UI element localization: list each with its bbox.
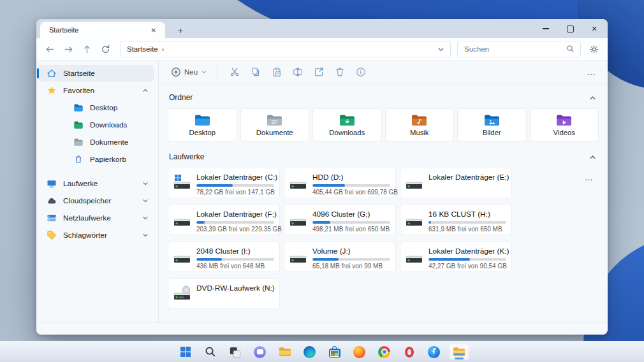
sidebar-item-desktop[interactable]: Desktop	[38, 99, 154, 116]
sidebar-item-cloudspeicher[interactable]: Cloudspeicher	[38, 192, 154, 209]
close-button[interactable]: ✕	[582, 19, 606, 38]
rename-button[interactable]	[289, 64, 306, 80]
folder-tile-bilder[interactable]: Bilder	[457, 108, 527, 141]
drives-see-more-button[interactable]: …	[581, 171, 597, 184]
free-space-text: 436 MB frei von 648 MB	[196, 263, 265, 270]
address-dropdown-button[interactable]	[437, 46, 444, 53]
folder-tile-desktop[interactable]: Desktop	[168, 108, 237, 141]
sidebar-item-startseite[interactable]: Startseite	[38, 65, 154, 82]
drive-tile-j[interactable]: Volume (J:) 65,18 MB frei von 99 MB	[284, 242, 396, 272]
refresh-button[interactable]	[97, 41, 114, 57]
folder-tile-dokumente[interactable]: Dokumente	[240, 108, 310, 141]
home-content: Ordner Desktop Dokumente	[159, 84, 608, 322]
taskbar-file-explorer-button[interactable]	[449, 344, 469, 360]
search-box[interactable]	[457, 41, 581, 57]
sidebar-item-label: Laufwerke	[63, 179, 98, 188]
drive-tile-d[interactable]: HDD (D:) 405,44 GB frei von 699,78 GB	[284, 168, 396, 198]
folder-label: Musik	[410, 129, 429, 136]
taskbar-task-view-button[interactable]	[225, 344, 245, 360]
edge-icon	[304, 346, 316, 358]
drive-name: Lokaler Datenträger (C:)	[196, 173, 277, 182]
taskbar-boost-button[interactable]	[424, 344, 444, 360]
settings-button[interactable]	[585, 41, 603, 57]
gear-icon	[589, 45, 599, 54]
sidebar-item-laufwerke[interactable]: Laufwerke	[38, 175, 154, 192]
sidebar-item-favoriten[interactable]: Favoriten	[38, 82, 154, 99]
taskbar-opera-button[interactable]	[399, 344, 420, 360]
folder-tile-musik[interactable]: Musik	[385, 108, 455, 141]
breadcrumb[interactable]: Startseite ›	[121, 41, 451, 57]
collapse-section-button[interactable]	[589, 154, 597, 161]
back-button[interactable]	[41, 41, 59, 57]
capacity-bar	[196, 258, 274, 261]
new-button[interactable]: Neu	[166, 64, 212, 80]
sidebar-item-schlagwoerter[interactable]: Schlagwörter	[38, 227, 154, 243]
tab-startseite[interactable]: Startseite ✕	[40, 22, 165, 38]
expand-button[interactable]	[142, 198, 149, 204]
sidebar-item-downloads[interactable]: Downloads	[38, 117, 154, 133]
drive-name: Lokaler Datenträger (E:)	[428, 173, 509, 182]
share-button[interactable]	[310, 64, 327, 80]
folder-label: Dokumente	[256, 129, 293, 136]
taskbar-store-button[interactable]	[325, 344, 345, 360]
paste-button[interactable]	[268, 64, 285, 80]
folder-tile-downloads[interactable]: Downloads	[312, 108, 382, 141]
copy-button[interactable]	[247, 64, 264, 80]
taskbar-edge-button[interactable]	[300, 344, 320, 360]
task-view-icon	[229, 346, 241, 358]
collapse-section-button[interactable]	[589, 94, 597, 101]
drive-tile-h[interactable]: 16 KB CLUST (H:) 631,9 MB frei von 650 M…	[400, 205, 512, 235]
taskbar-folder-button[interactable]	[275, 344, 295, 360]
drives-section-header: Laufwerke	[169, 152, 597, 162]
expand-button[interactable]	[142, 215, 149, 221]
ellipsis-icon: …	[585, 173, 594, 182]
minimize-button[interactable]	[534, 19, 558, 38]
taskbar-start-button[interactable]	[175, 344, 196, 360]
see-more-button[interactable]: …	[583, 67, 600, 77]
taskbar-search-button[interactable]	[200, 344, 221, 360]
chevron-down-icon	[201, 69, 207, 75]
chevron-up-icon	[589, 94, 596, 101]
drive-name: DVD-RW-Laufwerk (N:)	[196, 284, 275, 293]
free-space-text: 405,44 GB frei von 699,78 GB	[312, 189, 398, 196]
chevron-up-icon	[589, 154, 596, 161]
expand-button[interactable]	[142, 232, 149, 238]
drive-tile-n[interactable]: DVD-RW-Laufwerk (N:)	[168, 279, 280, 309]
drive-tile-g[interactable]: 4096 Cluster (G:) 498,21 MB frei von 650…	[284, 205, 396, 235]
properties-button[interactable]	[352, 64, 369, 80]
taskbar-chrome-button[interactable]	[374, 344, 395, 360]
folders-section-header: Ordner	[169, 92, 597, 103]
search-icon[interactable]	[566, 45, 575, 54]
up-button[interactable]	[78, 41, 96, 57]
drive-tile-k[interactable]: Lokaler Datenträger (K:) 42,27 GB frei v…	[400, 242, 512, 272]
drive-tile-f[interactable]: Lokaler Datenträger (F:) 203,39 GB frei …	[168, 205, 280, 235]
tab-close-icon[interactable]: ✕	[149, 25, 159, 35]
taskbar-chat-button[interactable]	[250, 344, 270, 360]
sidebar-item-papierkorb[interactable]: Papierkorb	[38, 151, 154, 168]
drive-tile-i[interactable]: 2048 Cluster (I:) 436 MB frei von 648 MB	[168, 242, 280, 272]
sidebar-item-label: Cloudspeicher	[63, 196, 111, 205]
drive-tile-c[interactable]: Lokaler Datenträger (C:) 78,22 GB frei v…	[168, 168, 280, 198]
home-icon	[47, 68, 57, 78]
sidebar-item-netzlaufwerke[interactable]: Netzlaufwerke	[38, 210, 154, 226]
search-input[interactable]	[463, 45, 566, 54]
hard-drive-icon	[405, 249, 424, 266]
sidebar-item-label: Papierkorb	[90, 155, 126, 164]
breadcrumb-item[interactable]: Startseite	[127, 45, 158, 53]
sidebar-item-dokumente[interactable]: Dokumente	[38, 134, 154, 150]
cut-button[interactable]	[226, 64, 243, 80]
lightning-icon	[428, 346, 440, 358]
delete-button[interactable]	[331, 64, 348, 80]
section-title: Ordner	[169, 93, 193, 102]
maximize-button[interactable]	[558, 19, 582, 38]
new-tab-button[interactable]: +	[174, 26, 187, 35]
collapse-button[interactable]	[142, 87, 149, 94]
chevron-down-icon	[142, 232, 149, 238]
folder-tile-videos[interactable]: Videos	[530, 108, 599, 141]
expand-button[interactable]	[142, 180, 149, 187]
search-icon	[205, 346, 216, 358]
taskbar-firefox-button[interactable]	[349, 344, 370, 360]
forward-button[interactable]	[60, 41, 77, 57]
drive-tile-e[interactable]: Lokaler Datenträger (E:)	[400, 168, 512, 198]
maximize-icon	[567, 25, 574, 33]
